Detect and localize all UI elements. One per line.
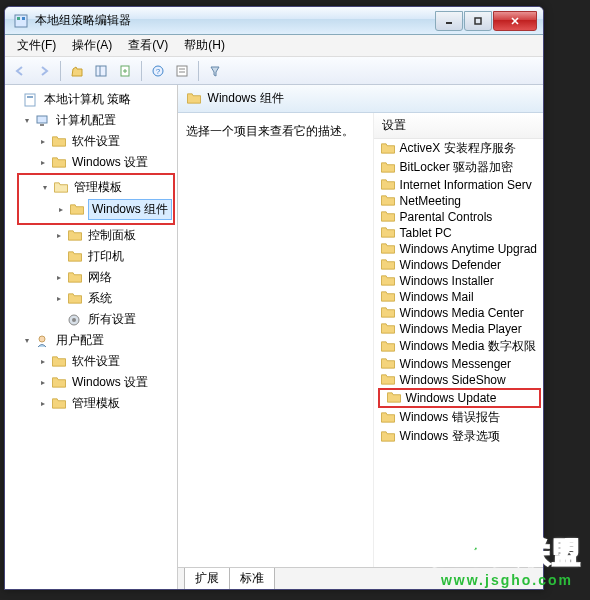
detail-header: Windows 组件	[178, 85, 543, 113]
show-tree-button[interactable]	[90, 60, 112, 82]
tree-windows-components[interactable]: ▸ Windows 组件	[19, 198, 173, 221]
tree-software-settings[interactable]: ▸ 软件设置	[7, 131, 175, 152]
up-button[interactable]	[66, 60, 88, 82]
tree-admin-templates[interactable]: ▾ 管理模板	[19, 177, 173, 198]
tree-label: 本地计算机 策略	[42, 90, 133, 109]
list-item-label: Parental Controls	[400, 210, 493, 224]
titlebar[interactable]: 本地组策略编辑器	[5, 7, 543, 35]
svg-rect-1	[17, 17, 20, 20]
tree-user-software[interactable]: ▸ 软件设置	[7, 351, 175, 372]
collapse-icon[interactable]: ▾	[21, 335, 33, 347]
tree-label: 软件设置	[70, 132, 122, 151]
tree-printers[interactable]: 打印机	[7, 246, 175, 267]
folder-icon	[380, 274, 396, 288]
tab-extended[interactable]: 扩展	[184, 568, 230, 590]
expand-icon[interactable]: ▸	[53, 293, 65, 305]
user-icon	[35, 334, 51, 348]
list-item[interactable]: Windows 登录选项	[374, 427, 543, 446]
list-item-label: Windows 错误报告	[400, 409, 500, 426]
folder-icon	[51, 397, 67, 411]
folder-icon	[380, 290, 396, 304]
tree-user-config[interactable]: ▾ 用户配置	[7, 330, 175, 351]
menu-help[interactable]: 帮助(H)	[176, 35, 233, 56]
folder-icon	[380, 142, 396, 156]
tree-user-admin[interactable]: ▸ 管理模板	[7, 393, 175, 414]
menu-view[interactable]: 查看(V)	[120, 35, 176, 56]
list-item[interactable]: Windows Anytime Upgrad	[374, 241, 543, 257]
folder-icon	[380, 322, 396, 336]
column-header-settings[interactable]: 设置	[374, 113, 543, 139]
menu-file[interactable]: 文件(F)	[9, 35, 64, 56]
expand-icon[interactable]: ▸	[53, 230, 65, 242]
detail-pane: Windows 组件 选择一个项目来查看它的描述。 设置 ActiveX 安装程…	[178, 85, 543, 589]
policy-icon	[23, 93, 39, 107]
expand-icon[interactable]: ▸	[55, 204, 67, 216]
list-item[interactable]: ActiveX 安装程序服务	[374, 139, 543, 158]
list-item[interactable]: Windows 错误报告	[374, 408, 543, 427]
tree-all-settings[interactable]: 所有设置	[7, 309, 175, 330]
back-button[interactable]	[9, 60, 31, 82]
menu-action[interactable]: 操作(A)	[64, 35, 120, 56]
description-text: 选择一个项目来查看它的描述。	[186, 124, 354, 138]
separator	[60, 61, 61, 81]
expand-icon[interactable]: ▸	[37, 157, 49, 169]
filter-button[interactable]	[204, 60, 226, 82]
list-item-label: ActiveX 安装程序服务	[400, 140, 516, 157]
tree-root[interactable]: 本地计算机 策略	[7, 89, 175, 110]
list-item[interactable]: Windows Media 数字权限	[374, 337, 543, 356]
list-item[interactable]: NetMeeting	[374, 193, 543, 209]
list-item[interactable]: Windows Messenger	[374, 356, 543, 372]
properties-button[interactable]	[171, 60, 193, 82]
computer-icon	[35, 114, 51, 128]
folder-icon	[380, 258, 396, 272]
list-item[interactable]: BitLocker 驱动器加密	[374, 158, 543, 177]
help-button[interactable]: ?	[147, 60, 169, 82]
content-area: 本地计算机 策略 ▾ 计算机配置 ▸ 软件设置 ▸ Windows 设置 ▾	[5, 85, 543, 589]
settings-list: ActiveX 安装程序服务BitLocker 驱动器加密Internet In…	[374, 139, 543, 446]
forward-button[interactable]	[33, 60, 55, 82]
tree-computer-config[interactable]: ▾ 计算机配置	[7, 110, 175, 131]
list-item[interactable]: Windows Defender	[374, 257, 543, 273]
list-item[interactable]: Tablet PC	[374, 225, 543, 241]
minimize-button[interactable]	[435, 11, 463, 31]
tree-user-windows[interactable]: ▸ Windows 设置	[7, 372, 175, 393]
tree-network[interactable]: ▸ 网络	[7, 267, 175, 288]
tree-label: 网络	[86, 268, 114, 287]
expand-icon[interactable]: ▸	[37, 377, 49, 389]
svg-rect-2	[22, 17, 25, 20]
export-button[interactable]	[114, 60, 136, 82]
list-item[interactable]: Windows Media Center	[374, 305, 543, 321]
list-item-label: NetMeeting	[400, 194, 461, 208]
folder-icon	[67, 229, 83, 243]
list-item[interactable]: Windows Mail	[374, 289, 543, 305]
expand-icon[interactable]: ▸	[37, 136, 49, 148]
folder-icon	[51, 376, 67, 390]
expand-icon[interactable]: ▸	[37, 356, 49, 368]
tree-system[interactable]: ▸ 系统	[7, 288, 175, 309]
tab-standard[interactable]: 标准	[229, 568, 275, 590]
expand-icon[interactable]: ▸	[37, 398, 49, 410]
tree-pane[interactable]: 本地计算机 策略 ▾ 计算机配置 ▸ 软件设置 ▸ Windows 设置 ▾	[5, 85, 178, 589]
list-item[interactable]: Windows Media Player	[374, 321, 543, 337]
list-item[interactable]: Windows Update	[378, 388, 541, 408]
list-item[interactable]: Windows SideShow	[374, 372, 543, 388]
list-item[interactable]: Internet Information Serv	[374, 177, 543, 193]
expand-icon[interactable]: ▸	[53, 272, 65, 284]
list-item[interactable]: Windows Installer	[374, 273, 543, 289]
folder-icon	[380, 194, 396, 208]
list-item-label: Windows Update	[406, 391, 497, 405]
close-button[interactable]	[493, 11, 537, 31]
collapse-icon[interactable]: ▾	[21, 115, 33, 127]
tree-label: 计算机配置	[54, 111, 118, 130]
svg-rect-18	[40, 124, 44, 126]
tree-windows-settings[interactable]: ▸ Windows 设置	[7, 152, 175, 173]
maximize-button[interactable]	[464, 11, 492, 31]
list-item[interactable]: Parental Controls	[374, 209, 543, 225]
folder-icon	[380, 430, 396, 444]
list-column[interactable]: 设置 ActiveX 安装程序服务BitLocker 驱动器加密Internet…	[374, 113, 543, 567]
separator	[198, 61, 199, 81]
tree-control-panel[interactable]: ▸ 控制面板	[7, 225, 175, 246]
list-item-label: Windows Defender	[400, 258, 501, 272]
collapse-icon[interactable]: ▾	[39, 182, 51, 194]
list-item-label: Windows 登录选项	[400, 428, 500, 445]
